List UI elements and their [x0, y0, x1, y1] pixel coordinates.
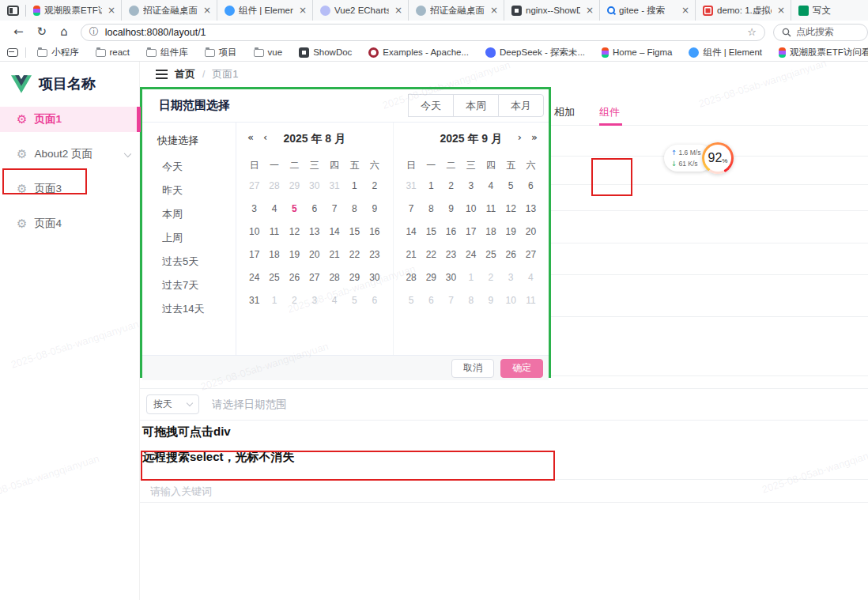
browser-tab[interactable]: nginx--ShowDoc × — [504, 0, 600, 21]
url-text[interactable]: localhost:8080/layout/1 — [105, 27, 742, 38]
day-cell[interactable]: 4 — [324, 289, 344, 312]
sidebar-menu-item[interactable]: ⚙ 页面4 — [0, 211, 140, 236]
address-bar[interactable]: ⓘ localhost:8080/layout/1 ☆ — [81, 24, 765, 41]
range-button[interactable]: 本周 — [453, 94, 499, 117]
day-cell[interactable]: 31 — [244, 289, 264, 312]
keyword-input[interactable] — [150, 482, 625, 500]
day-cell[interactable]: 30 — [364, 266, 384, 289]
day-cell[interactable]: 26 — [285, 266, 304, 289]
day-cell[interactable]: 5 — [501, 175, 521, 198]
prev-year-icon[interactable]: « — [247, 131, 254, 143]
quick-select-item[interactable]: 昨天 — [142, 179, 236, 202]
bookmark-star-icon[interactable]: ☆ — [747, 26, 757, 38]
day-cell[interactable]: 5 — [285, 198, 304, 221]
day-cell[interactable]: 14 — [324, 221, 344, 243]
browser-tab[interactable]: 招证金融桌面云 × — [409, 0, 504, 21]
day-cell[interactable]: 22 — [421, 243, 441, 266]
day-cell[interactable]: 18 — [481, 221, 500, 243]
tab-amount[interactable]: 相加 — [554, 105, 575, 119]
unit-select[interactable]: 按天 — [146, 394, 199, 414]
tab-component[interactable]: 组件 — [599, 105, 620, 119]
day-cell[interactable]: 28 — [402, 266, 421, 289]
prev-month-icon[interactable]: ‹ — [263, 131, 267, 143]
close-icon[interactable]: × — [393, 5, 404, 16]
bookmark-item[interactable]: Home – Figma — [602, 47, 672, 58]
day-cell[interactable]: 12 — [501, 198, 521, 221]
day-cell[interactable]: 17 — [461, 221, 481, 243]
day-cell[interactable]: 31 — [324, 175, 344, 198]
bookmark-item[interactable]: 项目 — [205, 47, 237, 58]
day-cell[interactable]: 29 — [345, 266, 364, 289]
day-cell[interactable]: 25 — [264, 266, 284, 289]
browser-tab[interactable]: 观潮股票ETF访问看 × — [26, 0, 122, 21]
day-cell[interactable]: 6 — [521, 175, 541, 198]
bookmark-item[interactable]: 观潮股票ETF访问看... — [779, 47, 868, 58]
day-cell[interactable]: 5 — [345, 289, 364, 312]
site-info-icon[interactable]: ⓘ — [89, 25, 99, 39]
confirm-button[interactable]: 确定 — [500, 359, 543, 378]
day-cell[interactable]: 19 — [285, 243, 304, 266]
day-cell[interactable]: 23 — [441, 243, 461, 266]
day-cell[interactable]: 9 — [364, 198, 384, 221]
quick-select-item[interactable]: 今天 — [142, 155, 236, 179]
score-gauge[interactable]: 92 % — [702, 142, 734, 174]
browser-tab[interactable]: 写文 × — [791, 0, 868, 21]
day-cell[interactable]: 19 — [501, 221, 521, 243]
day-cell[interactable]: 6 — [364, 289, 384, 312]
day-cell[interactable]: 29 — [421, 266, 441, 289]
quick-select-item[interactable]: 过去5天 — [142, 250, 236, 274]
day-cell[interactable]: 15 — [421, 221, 441, 243]
day-cell[interactable]: 8 — [461, 289, 481, 312]
day-cell[interactable]: 3 — [461, 175, 481, 198]
day-cell[interactable]: 7 — [402, 198, 421, 221]
browser-tab[interactable]: demo: 1.虚拟dom的 × — [696, 0, 791, 21]
bookmark-item[interactable]: vue — [254, 47, 283, 57]
refresh-icon[interactable]: ↻ — [37, 26, 47, 38]
bookmark-item[interactable]: react — [96, 47, 130, 57]
day-cell[interactable]: 16 — [364, 221, 384, 243]
day-cell[interactable]: 20 — [304, 243, 324, 266]
day-cell[interactable]: 1 — [461, 266, 481, 289]
day-cell[interactable]: 10 — [244, 221, 264, 243]
close-icon[interactable]: × — [297, 5, 308, 16]
day-cell[interactable]: 16 — [441, 221, 461, 243]
close-icon[interactable]: × — [680, 5, 691, 16]
next-year-icon[interactable]: » — [531, 131, 538, 143]
bookmark-item[interactable]: DeepSeek - 探索未... — [485, 47, 585, 58]
day-cell[interactable]: 5 — [402, 289, 421, 312]
day-cell[interactable]: 24 — [461, 243, 481, 266]
day-cell[interactable]: 30 — [304, 175, 324, 198]
day-cell[interactable]: 20 — [521, 221, 541, 243]
day-cell[interactable]: 21 — [402, 243, 421, 266]
day-cell[interactable]: 11 — [264, 221, 284, 243]
day-cell[interactable]: 28 — [324, 266, 344, 289]
day-cell[interactable]: 27 — [521, 243, 541, 266]
day-cell[interactable]: 2 — [441, 175, 461, 198]
day-cell[interactable]: 26 — [501, 243, 521, 266]
day-cell[interactable]: 24 — [244, 266, 264, 289]
day-cell[interactable]: 28 — [264, 175, 284, 198]
range-button[interactable]: 本月 — [498, 94, 544, 117]
day-cell[interactable]: 12 — [285, 221, 304, 243]
bookmark-item[interactable]: 组件库 — [146, 47, 188, 58]
browser-tab[interactable]: 组件 | Element × — [217, 0, 313, 21]
workspaces-icon[interactable] — [7, 6, 19, 16]
day-cell[interactable]: 7 — [441, 289, 461, 312]
day-cell[interactable]: 9 — [441, 198, 461, 221]
day-cell[interactable]: 6 — [304, 198, 324, 221]
day-cell[interactable]: 8 — [345, 198, 364, 221]
sidebar-menu-item[interactable]: ⚙ 页面1 — [0, 107, 140, 132]
day-cell[interactable]: 30 — [441, 266, 461, 289]
day-cell[interactable]: 1 — [264, 289, 284, 312]
day-cell[interactable]: 23 — [364, 243, 384, 266]
home-icon[interactable]: ⌂ — [60, 26, 68, 38]
sidebar-menu-item[interactable]: ⚙ About2 页面 — [0, 142, 140, 167]
date-range-input[interactable] — [212, 393, 655, 415]
close-icon[interactable]: × — [584, 5, 595, 16]
browser-tab[interactable]: 招证金融桌面云 × — [122, 0, 217, 21]
quick-select-item[interactable]: 过去14天 — [142, 297, 236, 321]
day-cell[interactable]: 29 — [285, 175, 304, 198]
bookmark-item[interactable]: ShowDoc — [299, 47, 352, 58]
bookmark-item[interactable]: Examples - Apache... — [368, 47, 469, 58]
next-month-icon[interactable]: › — [518, 131, 522, 143]
